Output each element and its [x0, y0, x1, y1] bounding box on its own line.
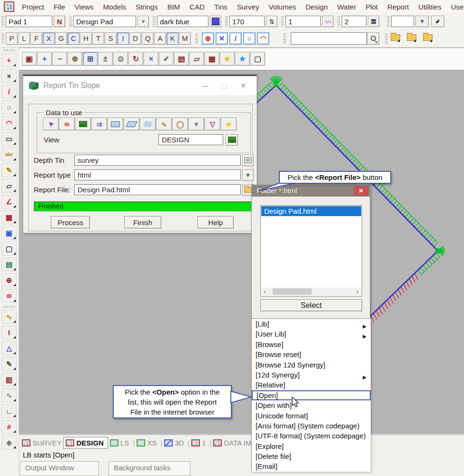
name-input[interactable] — [6, 16, 52, 27]
toolbar-grip[interactable] — [195, 33, 198, 44]
arc-tool[interactable]: ◠ — [1, 116, 17, 130]
view-select-button[interactable] — [226, 134, 238, 146]
circle-snap-button[interactable]: ○ — [243, 32, 256, 45]
fkey-i[interactable]: I — [117, 32, 129, 45]
angle-tool[interactable]: ∟ — [1, 404, 17, 418]
app-logo-icon[interactable] — [4, 1, 14, 12]
report-file-input[interactable] — [74, 184, 241, 195]
tab-xs[interactable]: XS — [137, 439, 157, 447]
menu-design[interactable]: Design — [301, 3, 333, 11]
linestyle-input[interactable] — [342, 16, 366, 27]
menu-item-browse-12d-synergy[interactable]: [Browse 12d Synergy] — [252, 360, 371, 370]
point-snap-button[interactable]: ⊕ — [202, 32, 214, 45]
fkey-x[interactable]: X — [43, 32, 55, 45]
zoom-plusminus-button[interactable]: ± — [98, 52, 113, 66]
toolbar-grip[interactable] — [337, 16, 340, 27]
menu-user[interactable]: User — [446, 3, 464, 11]
menu-cad[interactable]: CAD — [185, 3, 209, 11]
cross-snap-button[interactable]: ✕ — [216, 32, 228, 45]
circle-tool[interactable]: ○ — [1, 100, 17, 114]
model-layers-button[interactable]: ≋ — [59, 118, 75, 130]
finish-button[interactable]: Finish — [124, 216, 161, 228]
arc-snap-button[interactable]: ◠ — [257, 32, 269, 45]
fkey-a[interactable]: A — [154, 32, 166, 45]
model-select-button[interactable]: ▼ — [138, 16, 149, 27]
model-input[interactable] — [73, 16, 136, 27]
menu-views[interactable]: Views — [70, 3, 99, 11]
scroll-left-icon[interactable]: ‹ — [261, 288, 269, 295]
help-button[interactable]: Help — [197, 216, 234, 228]
menu-item-email[interactable]: [Email] — [252, 461, 371, 471]
select-button[interactable]: Select — [260, 299, 362, 311]
fkey-c[interactable]: C — [68, 32, 79, 45]
tab-1[interactable]: 1 — [191, 439, 206, 447]
zoom-extents-button[interactable]: ⊕ — [68, 52, 82, 66]
shapes-tool[interactable]: ▣ — [1, 226, 17, 240]
menu-item-delete-file[interactable]: [Delete file] — [252, 451, 371, 461]
grid-button[interactable]: ▦ — [205, 52, 219, 66]
zoom-centre-button[interactable]: ⊙ — [113, 52, 128, 66]
horizontal-scrollbar[interactable]: ‹ › — [261, 288, 361, 296]
depth-tin-input[interactable] — [74, 155, 241, 166]
file-list-item-selected[interactable]: Design Pad.html — [261, 206, 361, 216]
menu-item-unicode-format[interactable]: [Unicode format] — [252, 411, 371, 421]
sketch-tool[interactable]: ∿ — [1, 310, 17, 324]
rectangle-tool[interactable]: ▭ — [1, 132, 17, 146]
zoom-in-button[interactable]: + — [37, 52, 52, 66]
menu-item-user-lib[interactable]: [User Lib]▶ — [252, 329, 371, 339]
scroll-thumb[interactable] — [273, 288, 312, 295]
tab-3d[interactable]: 3D — [164, 439, 184, 447]
weight-select-button[interactable]: ∿∿ — [322, 16, 334, 27]
menu-volumes[interactable]: Volumes — [264, 3, 301, 11]
toolbar-grip[interactable] — [387, 16, 390, 27]
fkey-d[interactable]: D — [129, 32, 141, 45]
measure-tool[interactable]: ∠ — [1, 195, 17, 208]
report-type-input[interactable] — [74, 169, 241, 180]
colour-select-button[interactable] — [210, 16, 221, 27]
weight-input[interactable] — [286, 16, 321, 27]
menu-strings[interactable]: Strings — [131, 3, 163, 11]
tin-drape-button[interactable]: ▼ — [188, 118, 204, 130]
print-button[interactable]: ▤ — [174, 52, 189, 66]
menu-water[interactable]: Water — [333, 3, 361, 11]
star-yellow-button[interactable]: ★ — [220, 52, 235, 66]
colour-line-tool[interactable]: ≋ — [1, 289, 17, 303]
zoom-previous-button[interactable]: ↻ — [128, 52, 143, 66]
menu-models[interactable]: Models — [99, 3, 131, 11]
output-window-panel[interactable]: Output Window — [20, 461, 99, 476]
image-tool[interactable]: ▤ — [1, 258, 17, 271]
extra-dropdown-button[interactable]: ▼ — [415, 16, 429, 27]
polygon-blob-button[interactable] — [140, 118, 156, 130]
tab-ls[interactable]: LS — [110, 439, 129, 447]
cross-tool[interactable]: × — [1, 69, 17, 83]
window-corner-button[interactable]: ▢ — [250, 52, 265, 66]
process-button[interactable]: Process — [51, 216, 90, 228]
report-type-dropdown-button[interactable]: ▼ — [242, 169, 254, 181]
string-pick-button[interactable]: ∿ — [156, 118, 172, 130]
folder-lib-button[interactable] — [391, 34, 400, 42]
fkey-k[interactable]: K — [167, 32, 178, 45]
line-snap-button[interactable]: / — [229, 32, 242, 45]
search-button[interactable] — [367, 32, 379, 45]
menu-item-relative[interactable]: [Relative] — [252, 380, 371, 390]
background-tasks-panel[interactable]: Background tasks — [109, 461, 190, 476]
menu-item-12d-synergy[interactable]: [12d Synergy]▶ — [252, 370, 371, 380]
file-list[interactable]: Design Pad.html ‹ › — [260, 205, 362, 297]
pencil-string-tool[interactable]: ∿ — [1, 388, 17, 402]
popup-close-button[interactable]: ✕ — [354, 186, 368, 196]
toolbar-grip[interactable] — [283, 33, 286, 44]
star-blue-button[interactable]: ★ — [235, 52, 250, 66]
toolbar-grip[interactable] — [153, 16, 156, 27]
menu-item-explore[interactable]: [Explore] — [252, 441, 371, 451]
line-tool[interactable]: / — [1, 85, 17, 99]
zoom-out-button[interactable]: − — [52, 52, 67, 66]
fkey-p[interactable]: P — [6, 32, 18, 45]
pan-button[interactable]: ⊞ — [83, 52, 98, 66]
section-tool[interactable]: ▥ — [1, 373, 17, 387]
menu-bim[interactable]: BIM — [163, 3, 185, 11]
text-tool[interactable]: abc — [1, 148, 17, 161]
tab-design[interactable]: DESIGN — [63, 437, 108, 449]
extra-input[interactable] — [391, 16, 414, 27]
menu-item-browse[interactable]: [Browse] — [252, 339, 371, 349]
menu-item-open-with[interactable]: [Open with] — [252, 400, 371, 410]
